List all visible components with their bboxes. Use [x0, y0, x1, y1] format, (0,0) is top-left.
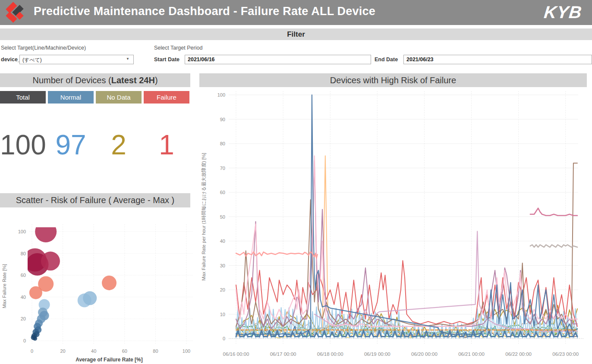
- svg-text:Max Failure Rate [%]: Max Failure Rate [%]: [2, 264, 7, 308]
- chevron-down-icon[interactable]: ▼: [126, 57, 129, 61]
- start-date-input[interactable]: [185, 55, 371, 64]
- total-count: 100: [0, 124, 46, 166]
- svg-text:0: 0: [31, 348, 33, 354]
- device-count-values: 100 97 2 1: [0, 124, 190, 166]
- svg-text:06/16 00:00: 06/16 00:00: [223, 351, 249, 357]
- svg-text:60: 60: [122, 348, 127, 354]
- select-target-label: Select Target(Line/Machine/Device): [1, 45, 86, 51]
- device-status-buttons: Total Normal No Data Failure: [0, 91, 190, 104]
- svg-text:30: 30: [220, 263, 225, 268]
- svg-text:90: 90: [220, 117, 225, 122]
- risk-panel-title: Devices with High Risk of Failure: [330, 75, 456, 85]
- filter-section-header: Filter: [0, 28, 592, 40]
- svg-text:Max Failure Rate per hour (1時間: Max Failure Rate per hour (1時間毎における最大故障度…: [201, 153, 207, 280]
- end-date-label: End Date: [375, 56, 398, 63]
- svg-text:100: 100: [217, 92, 225, 97]
- normal-count: 97: [48, 124, 94, 166]
- page-title: Predictive Maintenance Dashboard - Failu…: [34, 5, 375, 18]
- device-filter-dropdown[interactable]: (すべて): [19, 55, 134, 64]
- risk-line-chart[interactable]: 010203040506070809010006/16 00:0006/17 0…: [199, 87, 592, 364]
- filter-section-label: Filter: [287, 30, 305, 38]
- svg-text:20: 20: [21, 316, 26, 321]
- no-data-count: 2: [96, 124, 142, 166]
- svg-text:50: 50: [220, 214, 225, 220]
- devices-panel-title: Number of Devices (Latest 24H): [32, 75, 157, 85]
- no-data-button[interactable]: No Data: [96, 91, 142, 104]
- svg-text:70: 70: [220, 166, 225, 171]
- svg-text:20: 20: [220, 287, 225, 292]
- svg-text:20: 20: [60, 348, 65, 354]
- scatter-panel-header: Scatter - Risk of Failure ( Average - Ma…: [0, 193, 190, 207]
- dashboard: Predictive Maintenance Dashboard - Failu…: [0, 0, 592, 364]
- svg-text:06/23 00:00: 06/23 00:00: [552, 351, 579, 357]
- devices-panel-header: Number of Devices (Latest 24H): [0, 73, 190, 87]
- svg-text:06/21 00:00: 06/21 00:00: [458, 351, 485, 357]
- svg-text:40: 40: [220, 238, 225, 244]
- svg-text:60: 60: [220, 190, 225, 195]
- total-button[interactable]: Total: [0, 91, 46, 104]
- start-date-label: Start Date: [154, 56, 179, 63]
- end-date-input[interactable]: [403, 55, 592, 64]
- svg-text:80: 80: [153, 348, 158, 354]
- svg-text:60: 60: [21, 273, 26, 278]
- company-logo-icon: [4, 3, 25, 23]
- svg-text:06/22 00:00: 06/22 00:00: [505, 351, 532, 357]
- app-header: Predictive Maintenance Dashboard - Failu…: [0, 0, 592, 25]
- normal-button[interactable]: Normal: [48, 91, 94, 104]
- svg-text:06/18 00:00: 06/18 00:00: [317, 351, 343, 357]
- svg-text:06/19 00:00: 06/19 00:00: [364, 351, 390, 357]
- svg-text:40: 40: [91, 348, 96, 354]
- svg-text:0: 0: [223, 336, 225, 341]
- scatter-panel-title: Scatter - Risk of Failure ( Average - Ma…: [16, 195, 175, 205]
- svg-text:Average of Failure Rate [%]: Average of Failure Rate [%]: [76, 357, 143, 363]
- svg-text:100: 100: [18, 229, 26, 234]
- risk-panel-header: Devices with High Risk of Failure: [199, 73, 587, 87]
- svg-text:06/17 00:00: 06/17 00:00: [270, 351, 296, 357]
- svg-text:80: 80: [21, 251, 26, 256]
- scatter-chart[interactable]: 020406080100020406080100Max Failure Rate…: [0, 210, 199, 364]
- svg-text:10: 10: [220, 312, 225, 317]
- svg-text:0: 0: [23, 338, 26, 343]
- svg-text:80: 80: [220, 141, 225, 146]
- failure-button[interactable]: Failure: [144, 91, 189, 104]
- select-period-label: Select Target Period: [154, 45, 202, 51]
- failure-count: 1: [144, 124, 189, 166]
- kyb-brand-logo: KYB: [543, 3, 583, 22]
- svg-text:06/20 00:00: 06/20 00:00: [411, 351, 438, 357]
- svg-text:100: 100: [183, 348, 190, 354]
- svg-text:40: 40: [21, 295, 26, 300]
